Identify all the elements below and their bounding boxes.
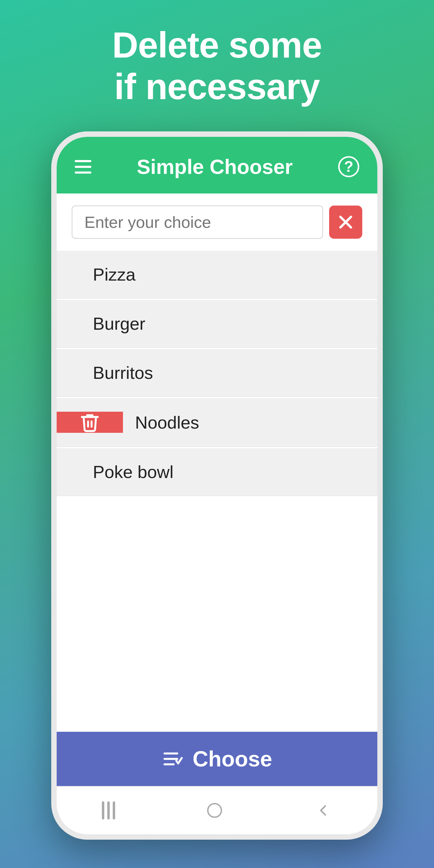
choose-button[interactable]: Choose bbox=[57, 732, 377, 786]
headline: Delete some if necessary bbox=[112, 24, 322, 107]
nav-bar bbox=[57, 786, 377, 834]
headline-line1: Delete some bbox=[112, 24, 322, 66]
clear-button[interactable] bbox=[329, 206, 362, 239]
app-header: Simple Chooser ? bbox=[57, 137, 377, 193]
choose-button-label: Choose bbox=[193, 747, 272, 771]
search-area bbox=[57, 193, 377, 251]
list-item[interactable]: Poke bowl bbox=[57, 448, 377, 496]
hamburger-button[interactable] bbox=[75, 160, 91, 174]
phone-frame: Simple Chooser ? Pizza Burger Burritos bbox=[51, 131, 383, 840]
item-label: Burritos bbox=[75, 363, 153, 383]
svg-point-5 bbox=[208, 804, 221, 817]
help-icon: ? bbox=[344, 158, 353, 176]
trash-icon bbox=[79, 412, 100, 433]
list-item[interactable]: Burger bbox=[57, 300, 377, 348]
headline-line2: if necessary bbox=[112, 66, 322, 107]
x-icon bbox=[337, 213, 355, 231]
list-container: Pizza Burger Burritos Noodles bbox=[57, 251, 377, 732]
list-item[interactable]: Pizza bbox=[57, 251, 377, 299]
item-label: Burger bbox=[75, 313, 145, 334]
nav-home-icon[interactable] bbox=[206, 801, 224, 819]
choose-icon bbox=[162, 748, 184, 770]
choice-input[interactable] bbox=[72, 206, 323, 239]
list-item[interactable]: Noodles bbox=[57, 398, 377, 447]
item-label: Pizza bbox=[75, 264, 135, 284]
delete-reveal[interactable] bbox=[57, 412, 123, 433]
nav-back-icon[interactable] bbox=[314, 801, 332, 819]
help-button[interactable]: ? bbox=[338, 156, 359, 177]
item-label: Noodles bbox=[123, 412, 199, 433]
list-item[interactable]: Burritos bbox=[57, 349, 377, 397]
nav-recent-icon[interactable] bbox=[102, 801, 115, 819]
app-title: Simple Chooser bbox=[137, 155, 293, 179]
item-label: Poke bowl bbox=[75, 462, 174, 482]
